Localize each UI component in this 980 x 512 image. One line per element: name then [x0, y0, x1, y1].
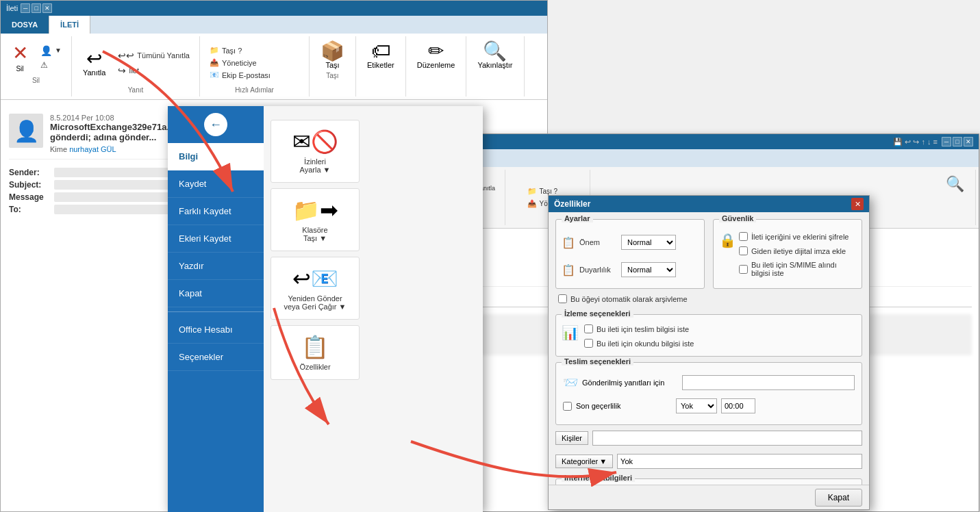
guvenlik-section: Güvenlik 🔒 İleti içeriğini ve eklerini ş…: [713, 219, 862, 289]
tasi-btn[interactable]: 📦 Taşı: [315, 39, 350, 72]
to-field-label: To:: [9, 205, 50, 214]
etiketler-btn[interactable]: 🏷 Etiketler: [362, 39, 400, 72]
ayarlar-title: Ayarlar: [562, 214, 593, 222]
teslim-bilgi-checkbox[interactable]: [584, 324, 593, 333]
bg-tab-bar: DOSYA İLETİ: [1, 16, 547, 34]
teslim-section: Teslim seçenekleri 📨 Gönderilmiş yanıtla…: [555, 362, 862, 425]
kapat-btn[interactable]: Kapat: [815, 489, 862, 507]
dialog-close-btn[interactable]: ✕: [851, 198, 864, 210]
dijital-checkbox[interactable]: [739, 246, 748, 255]
etiketler-group: 🏷 Etiketler: [356, 36, 406, 97]
son-gecerlilik-time[interactable]: [721, 398, 755, 413]
teslim-title: Teslim seçenekleri: [562, 357, 633, 366]
yeniden-gonder-btn[interactable]: ↩📧 Yeniden Gönderveya Geri Çağır ▼: [271, 257, 360, 320]
ayarlar-section: Ayarlar 📋 Önem Normal 📋 Duyarlılık: [555, 219, 705, 289]
sender-label: Sender:: [9, 168, 50, 177]
duzenleme-btn[interactable]: ✏ Düzenleme: [412, 39, 461, 72]
hizli-adimlar-group: 📁Taşı ? 📤Yöneticiye 📧Ekip E-postası Hızl…: [200, 36, 310, 97]
yakinlastir-btn[interactable]: 🔍 Yakınlaştır: [472, 39, 518, 72]
yakinlastir-group: 🔍 Yakınlaştır: [466, 36, 524, 97]
okundu-bilgi-checkbox[interactable]: [584, 339, 593, 348]
tumunu-yanitla-btn[interactable]: ↩↩ Tümünü Yanıtla: [114, 49, 194, 62]
izinleri-label: İzinleriAyarla ▼: [300, 157, 331, 174]
kategoriler-dropdown-icon: ▼: [599, 457, 607, 465]
reply-forward-icon: 📨: [563, 375, 578, 390]
close-btn[interactable]: ✕: [42, 3, 52, 13]
son-gecerlilik-checkbox[interactable]: [563, 402, 572, 411]
kategoriler-btn[interactable]: Kategoriler ▼: [555, 455, 613, 468]
klasore-tasi-btn[interactable]: 📁➡ KlasöreTaşı ▼: [271, 188, 360, 251]
fg-toolbar-icons: 💾 ↩ ↪ ↑ ↓ ≡: [893, 138, 938, 146]
minimize-btn[interactable]: ─: [21, 3, 30, 13]
fg-close-btn[interactable]: ✕: [964, 137, 973, 146]
onem-label: Önem: [579, 238, 617, 246]
arsivleme-label: Bu öğeyi otomatik olarak arşivleme: [570, 295, 688, 303]
menu-item-kapat[interactable]: Kapat: [168, 280, 264, 307]
menu-item-ekleri-kaydet[interactable]: Ekleri Kaydet: [168, 225, 264, 253]
onem-row: 📋 Önem Normal: [562, 235, 699, 250]
junk-btn[interactable]: ⚠: [36, 59, 66, 71]
menu-item-kaydet[interactable]: Kaydet: [168, 170, 264, 198]
son-gecerlilik-select[interactable]: Yok: [676, 398, 717, 413]
menu-item-secenekler[interactable]: Seçenekler: [168, 344, 264, 371]
bg-tab-dosya[interactable]: DOSYA: [1, 16, 49, 34]
kategoriler-row: Kategoriler ▼: [555, 454, 862, 469]
fg-search-btn[interactable]: 🔍: [943, 172, 967, 196]
dialog-title-bar: Özellikler ✕: [549, 196, 869, 212]
menu-item-office[interactable]: Office Hesabı: [168, 316, 264, 344]
back-icon: ←: [210, 118, 222, 132]
bg-window-title: İleti: [6, 4, 18, 12]
dialog-title: Özellikler: [554, 199, 590, 209]
fg-minimize-btn[interactable]: ─: [942, 137, 951, 146]
file-menu-left: ← Bilgi Kaydet Farklı Kaydet Ekleri Kayd…: [168, 106, 264, 512]
bg-window-controls[interactable]: ─ □ ✕: [21, 3, 52, 13]
file-menu-right: ✉🚫 İzinleriAyarla ▼ 📁➡ KlasöreTaşı ▼ ↩📧 …: [264, 106, 483, 512]
sifrele-checkbox[interactable]: [739, 232, 748, 241]
smime-checkbox[interactable]: [739, 265, 748, 274]
arsivleme-row: Bu öğeyi otomatik olarak arşivleme: [558, 294, 862, 303]
kategoriler-input[interactable]: [617, 454, 862, 469]
menu-item-bilgi[interactable]: Bilgi: [168, 143, 264, 170]
gonderilmis-input[interactable]: [682, 375, 855, 390]
kisiler-input[interactable]: [592, 431, 862, 446]
internet-title: Internet üstbilgileri: [562, 474, 635, 482]
properties-dialog: Özellikler ✕ Ayarlar 📋 Önem Normal: [548, 195, 870, 510]
bg-title-bar: İleti ─ □ ✕: [1, 1, 547, 16]
sil-group-label: Sil: [32, 77, 40, 84]
ozellikler-btn[interactable]: 📋 Özellikler: [271, 325, 360, 380]
back-btn-container[interactable]: ←: [168, 106, 264, 143]
yanitla-btn[interactable]: ↩ Yanıtla: [77, 47, 111, 79]
message-label: Message: [9, 192, 50, 202]
sil-group: ✕ Sil 👤 ▼ ⚠ Sil: [1, 36, 72, 97]
duyarlilik-select[interactable]: Normal: [621, 262, 676, 277]
ekip-btn[interactable]: 📧Ekip E-postası: [205, 69, 303, 81]
arsivleme-checkbox[interactable]: [558, 294, 567, 303]
tasci-btn[interactable]: 📁Taşı ?: [205, 44, 303, 56]
duzenleme-group: ✏ Düzenleme: [406, 36, 467, 97]
gonderilmis-label: Gönderilmiş yanıtları için: [582, 379, 678, 387]
izinleri-icon: ✉🚫: [292, 129, 338, 155]
ignore-btn[interactable]: 👤 ▼: [36, 44, 66, 57]
sifrele-row: İleti içeriğini ve eklerini şifrele: [739, 232, 856, 241]
tracking-icon: 📊: [562, 324, 579, 350]
back-btn[interactable]: ←: [204, 113, 227, 136]
fg-maximize-btn[interactable]: □: [953, 137, 962, 146]
file-menu-icons: ✉🚫 İzinleriAyarla ▼ 📁➡ KlasöreTaşı ▼ ↩📧 …: [271, 113, 476, 387]
izinleri-ayarla-btn[interactable]: ✉🚫 İzinleriAyarla ▼: [271, 120, 360, 183]
duyarlilik-row: 📋 Duyarlılık Normal: [562, 262, 699, 277]
maximize-btn[interactable]: □: [32, 3, 41, 13]
dijital-label: Giden iletiye dijital imza ekle: [751, 247, 846, 255]
duyarlilik-icon: 📋: [562, 264, 575, 277]
onem-select[interactable]: Normal: [621, 235, 676, 250]
bg-tab-ileti[interactable]: İLETİ: [49, 16, 90, 34]
yoneticiye-btn[interactable]: 📤Yöneticiye: [205, 57, 303, 68]
kategoriler-label: Kategoriler: [562, 457, 598, 465]
kisiler-btn[interactable]: Kişiler: [555, 431, 588, 445]
izleme-section: İzleme seçenekleri 📊 Bu ileti için tesli…: [555, 314, 862, 357]
ilet-btn[interactable]: ↪ İlet: [114, 64, 194, 77]
sil-btn[interactable]: ✕ Sil: [6, 39, 34, 75]
fg-window-controls[interactable]: ─ □ ✕: [942, 137, 973, 146]
klasore-icon: 📁➡: [292, 197, 338, 223]
menu-item-farkli-kaydet[interactable]: Farklı Kaydet: [168, 198, 264, 225]
menu-item-yazdir[interactable]: Yazdır: [168, 253, 264, 280]
